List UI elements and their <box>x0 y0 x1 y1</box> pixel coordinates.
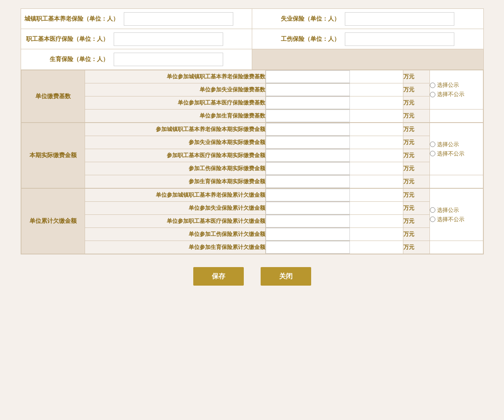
section2-radio-cell: 选择公示 选择不公示 <box>430 123 483 175</box>
section1-input-cell-1 <box>265 70 403 83</box>
label-medical: 职工基本医疗保险（单位：人） <box>21 35 114 43</box>
label-unemployment: 失业保险（单位：人） <box>252 15 345 23</box>
section2-radio-group: 选择公示 选择不公示 <box>430 141 483 158</box>
section3-label-3: 单位参加职工基本医疗保险累计欠缴金额 <box>85 215 265 228</box>
section3-header: 单位累计欠缴金额 <box>21 189 85 254</box>
section2-input-3[interactable] <box>266 149 350 162</box>
label-maternity: 生育保险（单位：人） <box>21 56 114 63</box>
section1-input-cell-2 <box>265 83 403 96</box>
section2-input-cell-3 <box>265 149 403 162</box>
section3-input-5[interactable] <box>266 241 350 254</box>
section1-radio-hide[interactable]: 选择不公示 <box>430 91 483 98</box>
section1-row-4: 单位参加生育保险缴费基数 万元 <box>21 110 483 123</box>
section3-input-4[interactable] <box>266 228 350 241</box>
section2-radio-hide-input[interactable] <box>430 151 435 156</box>
section2-label-4: 参加工伤保险本期实际缴费金额 <box>85 162 265 175</box>
section1-radio-cell: 选择公示 选择不公示 <box>430 70 483 110</box>
section3-row-4: 单位参加工伤保险累计欠缴金额 万元 <box>21 228 483 241</box>
section2-header: 本期实际缴费金额 <box>21 123 85 188</box>
section2-input-cell-1 <box>265 123 403 136</box>
save-button[interactable]: 保存 <box>193 267 244 286</box>
section1-unit-2: 万元 <box>403 83 430 96</box>
section3-radio-hide[interactable]: 选择不公示 <box>430 216 483 223</box>
section3-label-1: 单位参加城镇职工基本养老保险累计欠缴金额 <box>85 189 265 202</box>
section2-row-2: 参加失业保险本期实际缴费金额 万元 <box>21 136 483 149</box>
section3-label-4: 单位参加工伤保险累计欠缴金额 <box>85 228 265 241</box>
input-unemployment[interactable] <box>345 12 454 26</box>
top-row-3-right-empty <box>252 49 483 70</box>
top-row-3-left: 生育保险（单位：人） <box>21 49 252 70</box>
top-row-2-left: 职工基本医疗保险（单位：人） <box>21 29 252 49</box>
label-injury: 工伤保险（单位：人） <box>252 35 345 43</box>
section3-input-cell-3 <box>265 215 403 228</box>
section1-input-2[interactable] <box>266 83 350 96</box>
section1-radio-show-input[interactable] <box>430 83 435 88</box>
section3-unit-5: 万元 <box>403 241 430 254</box>
section2-radio-show-input[interactable] <box>430 142 435 147</box>
section3-unit-1: 万元 <box>403 189 430 202</box>
section3-radio-cell: 选择公示 选择不公示 <box>430 189 483 241</box>
input-medical[interactable] <box>114 32 223 46</box>
section2-radio-show[interactable]: 选择公示 <box>430 141 483 148</box>
section2-table: 本期实际缴费金额 参加城镇职工基本养老保险本期实际缴费金额 万元 选择公示 选择… <box>21 123 483 188</box>
section2-input-4[interactable] <box>266 162 350 175</box>
section3-label-2: 单位参加失业保险累计欠缴金额 <box>85 202 265 215</box>
section1-label-2: 单位参加失业保险缴费基数 <box>85 83 265 96</box>
section1-table: 单位缴费基数 单位参加城镇职工基本养老保险缴费基数 万元 选择公示 选择不公示 <box>21 70 483 123</box>
section2-row-3: 参加职工基本医疗保险本期实际缴费金额 万元 <box>21 149 483 162</box>
section1-input-cell-4 <box>265 110 403 123</box>
section2-row-5: 参加生育保险本期实际缴费金额 万元 <box>21 175 483 188</box>
section2-input-cell-4 <box>265 162 403 175</box>
section1-row-3: 单位参加职工基本医疗保险缴费基数 万元 <box>21 96 483 110</box>
section1-input-3[interactable] <box>266 96 350 109</box>
input-injury[interactable] <box>345 32 454 46</box>
section2-unit-3: 万元 <box>403 149 430 162</box>
section3-table: 单位累计欠缴金额 单位参加城镇职工基本养老保险累计欠缴金额 万元 选择公示 选择… <box>21 188 483 254</box>
section2-input-cell-5 <box>265 175 403 188</box>
section1-radio-show[interactable]: 选择公示 <box>430 81 483 89</box>
section2-input-5[interactable] <box>266 175 350 188</box>
section1-radio-cell-4 <box>430 110 483 123</box>
section1-unit-4: 万元 <box>403 110 430 123</box>
section3-input-1[interactable] <box>266 189 350 201</box>
section3-radio-cell-5 <box>430 241 483 254</box>
section3-row-1: 单位累计欠缴金额 单位参加城镇职工基本养老保险累计欠缴金额 万元 选择公示 选择… <box>21 189 483 202</box>
section3-radio-group: 选择公示 选择不公示 <box>430 206 483 223</box>
section2-unit-5: 万元 <box>403 175 430 188</box>
section3-input-cell-2 <box>265 202 403 215</box>
section3-radio-show-input[interactable] <box>430 207 435 213</box>
section3-input-3[interactable] <box>266 215 350 227</box>
section3-input-cell-5 <box>265 241 403 254</box>
section2-row-4: 参加工伤保险本期实际缴费金额 万元 <box>21 162 483 175</box>
label-urban-pension: 城镇职工基本养老保险（单位：人） <box>21 15 124 23</box>
section2-input-1[interactable] <box>266 123 350 136</box>
section2-input-2[interactable] <box>266 136 350 149</box>
section3-input-2[interactable] <box>266 202 350 214</box>
section1-radio-hide-input[interactable] <box>430 92 435 97</box>
section3-radio-hide-input[interactable] <box>430 217 435 222</box>
section2-label-5: 参加生育保险本期实际缴费金额 <box>85 175 265 188</box>
section1-row-2: 单位参加失业保险缴费基数 万元 <box>21 83 483 96</box>
top-insurance-section: 城镇职工基本养老保险（单位：人） 职工基本医疗保险（单位：人） 生育保险（单位：… <box>21 9 483 70</box>
section1-label-3: 单位参加职工基本医疗保险缴费基数 <box>85 96 265 110</box>
section3-row-2: 单位参加失业保险累计欠缴金额 万元 <box>21 202 483 215</box>
section2-label-3: 参加职工基本医疗保险本期实际缴费金额 <box>85 149 265 162</box>
section3-unit-3: 万元 <box>403 215 430 228</box>
section2-radio-cell-5 <box>430 175 483 188</box>
button-row: 保存 关闭 <box>193 254 311 290</box>
section3-label-5: 单位参加生育保险累计欠缴金额 <box>85 241 265 254</box>
section1-label-1: 单位参加城镇职工基本养老保险缴费基数 <box>85 70 265 83</box>
section3-unit-2: 万元 <box>403 202 430 215</box>
section1-input-1[interactable] <box>266 70 350 83</box>
section2-unit-1: 万元 <box>403 123 430 136</box>
section3-radio-show[interactable]: 选择公示 <box>430 206 483 214</box>
section2-unit-2: 万元 <box>403 136 430 149</box>
input-maternity[interactable] <box>114 53 223 66</box>
section2-input-cell-2 <box>265 136 403 149</box>
section1-input-4[interactable] <box>266 110 350 122</box>
input-urban-pension[interactable] <box>124 12 233 26</box>
close-button[interactable]: 关闭 <box>261 267 311 286</box>
section1-unit-3: 万元 <box>403 96 430 110</box>
top-row-1-left: 城镇职工基本养老保险（单位：人） <box>21 9 252 29</box>
section2-radio-hide[interactable]: 选择不公示 <box>430 150 483 158</box>
